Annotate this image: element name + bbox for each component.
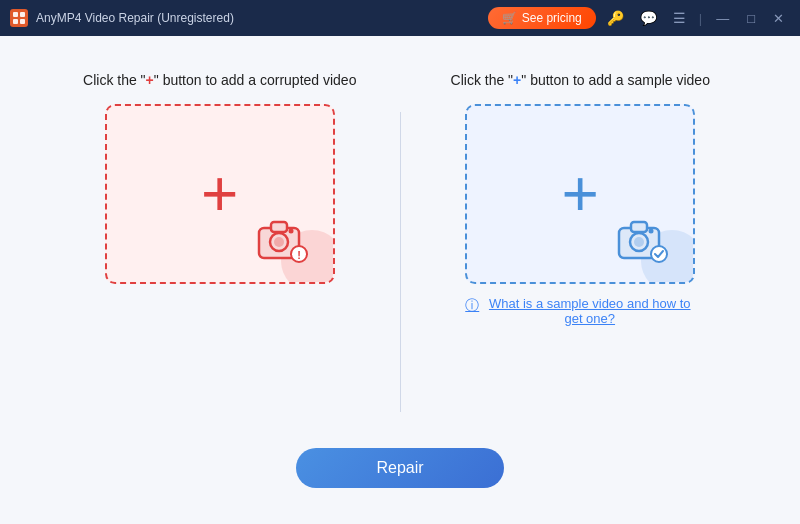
sample-camera-badge	[615, 216, 671, 264]
svg-point-16	[651, 246, 667, 262]
svg-point-8	[288, 229, 293, 234]
corrupted-camera-icon: !	[255, 216, 311, 264]
app-icon	[10, 9, 28, 27]
sample-dropzone-inner: +	[467, 106, 693, 282]
sample-video-help-link[interactable]: ⓘ What is a sample video and how to get …	[465, 296, 695, 326]
corrupted-camera-badge: !	[255, 216, 311, 264]
svg-point-14	[634, 237, 644, 247]
menu-icon-button[interactable]: ☰	[668, 9, 691, 27]
see-pricing-button[interactable]: 🛒 See pricing	[488, 7, 596, 29]
sample-video-dropzone[interactable]: +	[465, 104, 695, 284]
svg-rect-3	[20, 19, 25, 24]
chat-icon-button[interactable]: 💬	[635, 9, 662, 27]
svg-text:!: !	[297, 249, 301, 261]
repair-button-container: Repair	[296, 448, 503, 488]
sample-panel-label: Click the "+" button to add a sample vid…	[451, 72, 710, 88]
help-circle-icon: ⓘ	[465, 297, 479, 315]
repair-button[interactable]: Repair	[296, 448, 503, 488]
sample-camera-icon	[615, 216, 671, 264]
titlebar-left: AnyMP4 Video Repair (Unregistered)	[10, 9, 234, 27]
key-icon-button[interactable]: 🔑	[602, 9, 629, 27]
main-content: Click the "+" button to add a corrupted …	[0, 36, 800, 524]
sample-add-icon: +	[562, 162, 599, 226]
svg-rect-5	[271, 222, 287, 232]
corrupted-panel-label: Click the "+" button to add a corrupted …	[83, 72, 356, 88]
title-bar: AnyMP4 Video Repair (Unregistered) 🛒 See…	[0, 0, 800, 36]
corrupted-video-dropzone[interactable]: + !	[105, 104, 335, 284]
corrupted-plus-highlight: +	[146, 72, 154, 88]
corrupted-add-icon: +	[201, 162, 238, 226]
maximize-button[interactable]: □	[741, 9, 761, 28]
svg-point-7	[274, 237, 284, 247]
panels-container: Click the "+" button to add a corrupted …	[40, 72, 760, 412]
svg-rect-2	[13, 19, 18, 24]
corrupted-dropzone-inner: + !	[107, 106, 333, 282]
svg-rect-1	[20, 12, 25, 17]
app-title: AnyMP4 Video Repair (Unregistered)	[36, 11, 234, 25]
sample-plus-highlight: +	[513, 72, 521, 88]
corrupted-video-panel: Click the "+" button to add a corrupted …	[40, 72, 400, 284]
svg-point-15	[649, 229, 654, 234]
minimize-button[interactable]: —	[710, 9, 735, 28]
svg-rect-0	[13, 12, 18, 17]
titlebar-controls: 🛒 See pricing 🔑 💬 ☰ | — □ ✕	[488, 7, 790, 29]
close-button[interactable]: ✕	[767, 9, 790, 28]
divider: |	[699, 11, 702, 26]
svg-rect-12	[631, 222, 647, 232]
cart-icon: 🛒	[502, 11, 517, 25]
sample-video-panel: Click the "+" button to add a sample vid…	[401, 72, 761, 326]
